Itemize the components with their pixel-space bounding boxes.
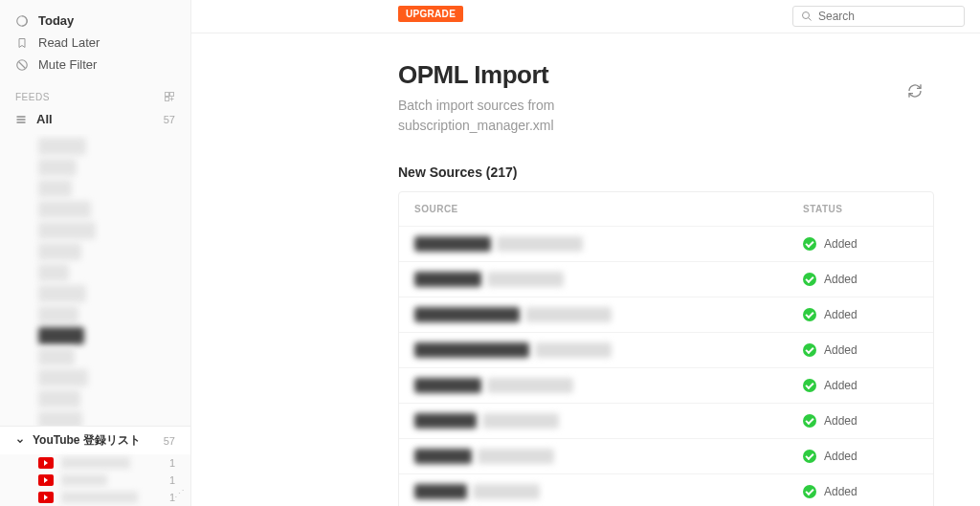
status-cell: Added xyxy=(803,450,918,463)
all-label: All xyxy=(36,112,53,126)
source-meta xyxy=(473,484,540,499)
source-cell xyxy=(414,342,803,358)
status-text: Added xyxy=(824,343,858,357)
table-row: Added xyxy=(399,403,933,438)
search-icon xyxy=(801,11,813,22)
check-icon xyxy=(803,450,816,463)
today-icon xyxy=(15,14,29,28)
status-cell: Added xyxy=(803,379,918,392)
status-text: Added xyxy=(824,308,858,321)
source-meta xyxy=(525,307,612,322)
sidebar-item-read-later[interactable]: Read Later xyxy=(0,32,190,54)
sidebar-item-label: Read Later xyxy=(38,35,100,50)
col-source-header: SOURCE xyxy=(414,204,803,214)
svg-line-12 xyxy=(809,18,812,21)
table-header: SOURCE STATUS xyxy=(399,192,933,226)
feed-name xyxy=(61,457,130,469)
status-cell: Added xyxy=(803,308,918,321)
table-row: Added xyxy=(399,226,933,261)
status-text: Added xyxy=(824,485,858,498)
feed-item[interactable] xyxy=(38,348,75,365)
source-name xyxy=(414,307,520,322)
feed-item[interactable] xyxy=(38,264,69,281)
source-cell xyxy=(414,449,803,464)
folder-label: YouTube 登録リスト xyxy=(33,432,141,449)
page-subtitle: Batch import sources from subscription_m… xyxy=(398,96,647,136)
bookmark-icon xyxy=(15,36,29,50)
source-name xyxy=(414,272,481,287)
topbar: UPGRADE xyxy=(191,0,980,33)
search-input[interactable] xyxy=(818,10,956,23)
source-name xyxy=(414,484,467,499)
list-item[interactable]: 1 xyxy=(38,454,190,472)
status-text: Added xyxy=(824,273,858,286)
table-row: Added xyxy=(399,261,933,297)
unread-count: 1 xyxy=(169,474,175,486)
source-meta xyxy=(487,272,564,287)
add-feed-icon[interactable] xyxy=(164,91,175,102)
feed-item[interactable] xyxy=(38,285,86,302)
feed-item[interactable] xyxy=(38,306,78,323)
feed-item[interactable] xyxy=(38,369,88,386)
check-icon xyxy=(803,273,816,286)
feed-item[interactable] xyxy=(38,159,77,176)
search-input-wrap[interactable] xyxy=(792,6,965,27)
table-row: Added xyxy=(399,438,933,473)
source-meta xyxy=(482,413,559,429)
check-icon xyxy=(803,485,816,498)
hamburger-icon xyxy=(15,114,27,125)
status-cell: Added xyxy=(803,485,918,498)
status-text: Added xyxy=(824,237,858,251)
feed-item[interactable] xyxy=(38,390,80,407)
feed-item[interactable] xyxy=(38,138,86,155)
resize-handle-icon[interactable]: ⋰ xyxy=(174,488,185,500)
list-item[interactable]: 1 xyxy=(38,489,190,506)
feed-item[interactable] xyxy=(38,243,81,260)
source-cell xyxy=(414,307,803,322)
status-text: Added xyxy=(824,379,858,392)
status-cell: Added xyxy=(803,343,918,357)
folder-youtube[interactable]: YouTube 登録リスト 57 xyxy=(0,426,190,454)
source-meta xyxy=(487,378,573,393)
status-cell: Added xyxy=(803,273,918,286)
source-meta xyxy=(478,449,554,464)
new-sources-heading: New Sources (217) xyxy=(398,165,934,180)
folder-count: 57 xyxy=(164,435,175,447)
source-name xyxy=(414,449,472,464)
upgrade-button[interactable]: UPGRADE xyxy=(398,6,463,22)
check-icon xyxy=(803,308,816,321)
feed-item[interactable] xyxy=(38,327,84,344)
sidebar-item-mute-filter[interactable]: Mute Filter xyxy=(0,54,190,76)
sidebar-item-label: Today xyxy=(38,13,74,28)
feed-item[interactable] xyxy=(38,201,91,218)
page-title: OPML Import xyxy=(398,60,934,90)
sidebar-item-label: Mute Filter xyxy=(38,57,97,72)
feeds-label: FEEDS xyxy=(15,92,50,102)
feed-name xyxy=(61,492,138,503)
source-meta xyxy=(497,236,583,252)
svg-rect-3 xyxy=(166,93,169,97)
feed-item[interactable] xyxy=(38,180,72,197)
sidebar: TodayRead LaterMute Filter FEEDS All 57 xyxy=(0,0,191,506)
check-icon xyxy=(803,343,816,357)
list-item[interactable]: 1 xyxy=(38,472,190,489)
sidebar-item-all[interactable]: All 57 xyxy=(0,108,190,130)
svg-point-11 xyxy=(803,12,810,19)
mute-icon xyxy=(15,58,29,72)
table-row: Added xyxy=(399,332,933,367)
refresh-button[interactable] xyxy=(907,83,923,99)
table-row: Added xyxy=(399,367,933,403)
sidebar-item-today[interactable]: Today xyxy=(0,10,190,32)
feed-item[interactable] xyxy=(38,411,82,426)
source-cell xyxy=(414,484,803,499)
check-icon xyxy=(803,237,816,251)
chevron-down-icon xyxy=(15,436,25,446)
feed-item[interactable] xyxy=(38,222,96,239)
status-text: Added xyxy=(824,450,858,463)
youtube-icon xyxy=(38,474,54,486)
source-name xyxy=(414,378,481,393)
source-cell xyxy=(414,413,803,429)
status-text: Added xyxy=(824,414,858,428)
svg-rect-4 xyxy=(170,93,174,97)
source-name xyxy=(414,236,491,252)
